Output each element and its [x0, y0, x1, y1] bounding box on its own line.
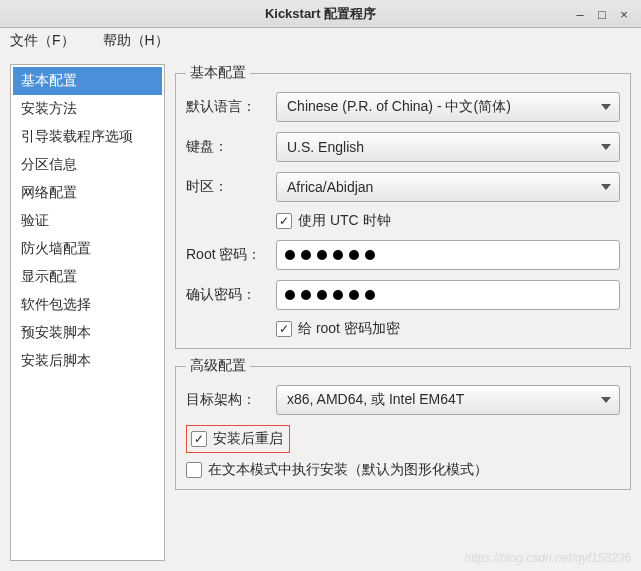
chevron-down-icon — [601, 184, 611, 190]
sidebar-item-bootloader[interactable]: 引导装载程序选项 — [13, 123, 162, 151]
label-keyboard: 键盘： — [186, 138, 276, 156]
encrypt-checkbox[interactable] — [276, 321, 292, 337]
basic-config-group: 基本配置 默认语言： Chinese (P.R. of China) - 中文(… — [175, 64, 631, 349]
svg-marker-0 — [601, 104, 611, 110]
minimize-button[interactable]: – — [573, 7, 587, 21]
menubar: 文件（F） 帮助（H） — [0, 28, 641, 54]
advanced-config-group: 高级配置 目标架构： x86, AMD64, 或 Intel EM64T 安装后… — [175, 357, 631, 490]
basic-config-legend: 基本配置 — [186, 64, 250, 82]
row-utc: 使用 UTC 时钟 — [186, 212, 620, 230]
sidebar-item-display[interactable]: 显示配置 — [13, 263, 162, 291]
root-password-field[interactable] — [276, 240, 620, 270]
confirm-password-field[interactable] — [276, 280, 620, 310]
language-combobox[interactable]: Chinese (P.R. of China) - 中文(简体) — [276, 92, 620, 122]
timezone-value: Africa/Abidjan — [287, 179, 373, 195]
window-title: Kickstart 配置程序 — [265, 5, 376, 23]
svg-marker-2 — [601, 184, 611, 190]
keyboard-value: U.S. English — [287, 139, 364, 155]
label-language: 默认语言： — [186, 98, 276, 116]
kickstart-window: Kickstart 配置程序 – □ × 文件（F） 帮助（H） 基本配置 安装… — [0, 0, 641, 571]
row-root-password: Root 密码： — [186, 240, 620, 270]
window-controls: – □ × — [573, 0, 637, 28]
timezone-combobox[interactable]: Africa/Abidjan — [276, 172, 620, 202]
sidebar-item-install-method[interactable]: 安装方法 — [13, 95, 162, 123]
textmode-checkbox[interactable] — [186, 462, 202, 478]
menu-help[interactable]: 帮助（H） — [97, 29, 175, 53]
sidebar-item-firewall[interactable]: 防火墙配置 — [13, 235, 162, 263]
titlebar: Kickstart 配置程序 – □ × — [0, 0, 641, 28]
row-language: 默认语言： Chinese (P.R. of China) - 中文(简体) — [186, 92, 620, 122]
main-panel: 基本配置 默认语言： Chinese (P.R. of China) - 中文(… — [175, 64, 631, 561]
utc-checkbox-row: 使用 UTC 时钟 — [276, 212, 620, 230]
sidebar-item-network[interactable]: 网络配置 — [13, 179, 162, 207]
utc-label[interactable]: 使用 UTC 时钟 — [298, 212, 391, 230]
arch-combobox[interactable]: x86, AMD64, 或 Intel EM64T — [276, 385, 620, 415]
sidebar-item-partition[interactable]: 分区信息 — [13, 151, 162, 179]
row-arch: 目标架构： x86, AMD64, 或 Intel EM64T — [186, 385, 620, 415]
sidebar-item-packages[interactable]: 软件包选择 — [13, 291, 162, 319]
language-value: Chinese (P.R. of China) - 中文(简体) — [287, 98, 511, 116]
chevron-down-icon — [601, 397, 611, 403]
reboot-label[interactable]: 安装后重启 — [213, 430, 283, 448]
keyboard-combobox[interactable]: U.S. English — [276, 132, 620, 162]
label-confirm-password: 确认密码： — [186, 286, 276, 304]
textmode-checkbox-row: 在文本模式中执行安装（默认为图形化模式） — [186, 461, 620, 479]
svg-marker-3 — [601, 397, 611, 403]
arch-value: x86, AMD64, 或 Intel EM64T — [287, 391, 464, 409]
reboot-highlight: 安装后重启 — [186, 425, 290, 453]
sidebar-item-auth[interactable]: 验证 — [13, 207, 162, 235]
label-root-password: Root 密码： — [186, 246, 276, 264]
row-confirm-password: 确认密码： — [186, 280, 620, 310]
sidebar-item-postinstall[interactable]: 安装后脚本 — [13, 347, 162, 375]
chevron-down-icon — [601, 104, 611, 110]
encrypt-label[interactable]: 给 root 密码加密 — [298, 320, 400, 338]
reboot-checkbox[interactable] — [191, 431, 207, 447]
content-area: 基本配置 安装方法 引导装载程序选项 分区信息 网络配置 验证 防火墙配置 显示… — [0, 54, 641, 571]
watermark: https://blog.csdn.net/qyf158236 — [464, 551, 631, 565]
chevron-down-icon — [601, 144, 611, 150]
label-arch: 目标架构： — [186, 391, 276, 409]
label-timezone: 时区： — [186, 178, 276, 196]
row-timezone: 时区： Africa/Abidjan — [186, 172, 620, 202]
sidebar-item-basic[interactable]: 基本配置 — [13, 67, 162, 95]
sidebar: 基本配置 安装方法 引导装载程序选项 分区信息 网络配置 验证 防火墙配置 显示… — [10, 64, 165, 561]
sidebar-item-preinstall[interactable]: 预安装脚本 — [13, 319, 162, 347]
svg-marker-1 — [601, 144, 611, 150]
close-button[interactable]: × — [617, 7, 631, 21]
row-keyboard: 键盘： U.S. English — [186, 132, 620, 162]
maximize-button[interactable]: □ — [595, 7, 609, 21]
menu-file[interactable]: 文件（F） — [4, 29, 81, 53]
textmode-label[interactable]: 在文本模式中执行安装（默认为图形化模式） — [208, 461, 488, 479]
utc-checkbox[interactable] — [276, 213, 292, 229]
encrypt-checkbox-row: 给 root 密码加密 — [276, 320, 620, 338]
row-encrypt: 给 root 密码加密 — [186, 320, 620, 338]
advanced-config-legend: 高级配置 — [186, 357, 250, 375]
